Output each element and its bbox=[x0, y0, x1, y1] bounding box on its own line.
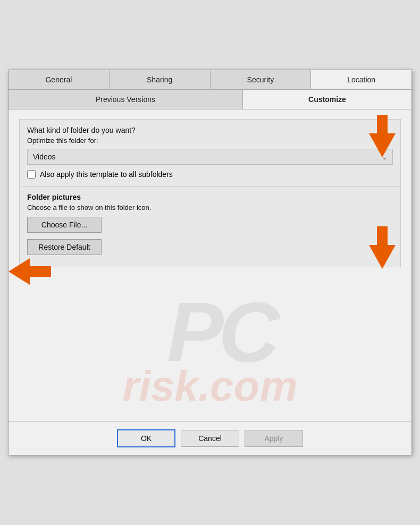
tab-sharing[interactable]: Sharing bbox=[110, 70, 211, 89]
tab-row-2: Previous Versions Customize bbox=[9, 90, 411, 109]
subfolders-checkbox-label[interactable]: Also apply this template to all subfolde… bbox=[40, 170, 173, 179]
optimize-dropdown-wrapper: General Items Documents Pictures Music V… bbox=[27, 149, 393, 165]
apply-button[interactable]: Apply bbox=[245, 430, 303, 447]
ok-button[interactable]: OK bbox=[117, 429, 175, 447]
tab-security[interactable]: Security bbox=[211, 70, 312, 89]
watermark-risk: risk.com bbox=[122, 362, 297, 411]
optimize-label: Optimize this folder for: bbox=[27, 137, 393, 145]
folder-kind-title: What kind of folder do you want? bbox=[27, 126, 393, 134]
tab-previous-versions[interactable]: Previous Versions bbox=[9, 90, 243, 109]
folder-kind-section: What kind of folder do you want? Optimiz… bbox=[19, 119, 401, 187]
choose-file-button[interactable]: Choose File... bbox=[27, 217, 102, 233]
tab-customize[interactable]: Customize bbox=[243, 90, 411, 109]
watermark-area: PC risk.com bbox=[9, 273, 411, 421]
folder-pictures-section: Folder pictures Choose a file to show on… bbox=[19, 187, 401, 267]
subfolders-checkbox[interactable] bbox=[27, 170, 36, 179]
tab-location[interactable]: Location bbox=[311, 70, 411, 89]
optimize-dropdown[interactable]: General Items Documents Pictures Music V… bbox=[27, 149, 393, 165]
folder-pictures-title: Folder pictures bbox=[27, 193, 393, 201]
watermark-pc: PC bbox=[167, 283, 274, 381]
bottom-bar: OK Cancel Apply bbox=[9, 421, 411, 455]
folder-pictures-desc: Choose a file to show on this folder ico… bbox=[27, 204, 393, 211]
cancel-button[interactable]: Cancel bbox=[181, 430, 239, 447]
customize-content: What kind of folder do you want? Optimiz… bbox=[9, 109, 411, 273]
restore-default-button[interactable]: Restore Default bbox=[27, 239, 102, 255]
tab-general[interactable]: General bbox=[9, 70, 110, 89]
subfolders-checkbox-row: Also apply this template to all subfolde… bbox=[27, 170, 393, 179]
folder-properties-dialog: General Sharing Security Location Previo… bbox=[8, 70, 412, 455]
content-wrapper: What kind of folder do you want? Optimiz… bbox=[9, 109, 411, 421]
tab-row-1: General Sharing Security Location bbox=[9, 70, 411, 90]
